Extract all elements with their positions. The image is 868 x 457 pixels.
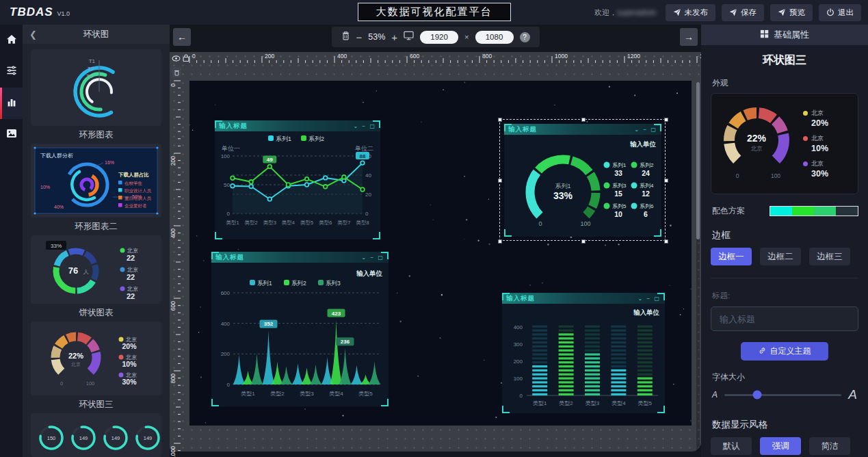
preview-donut-svg: 22%北京0100 [711, 94, 802, 194]
canvas-height-input[interactable] [475, 31, 514, 44]
nav-back-button[interactable]: ← [173, 28, 191, 46]
data-style-label: 数据显示风格 [712, 419, 857, 431]
preview-button[interactable]: 预览 [770, 4, 813, 21]
svg-text:类型5: 类型5 [638, 400, 653, 406]
help-icon[interactable]: ? [520, 32, 530, 42]
delete-guide-button[interactable] [172, 67, 181, 77]
svg-text:系列3: 系列3 [326, 280, 341, 287]
thumbnail-ring-gauges[interactable]: 150149149149 [31, 413, 161, 457]
svg-text:北京: 北京 [71, 362, 81, 367]
svg-text:下载人群分析: 下载人群分析 [40, 153, 73, 159]
lock-icon[interactable] [183, 52, 189, 64]
svg-text:1000: 1000 [170, 446, 176, 457]
artboard[interactable]: 输入标题⌄ − ▢ 系列1系列2单位一单位二10050060402004988类… [189, 81, 692, 426]
divider [711, 278, 858, 278]
properties-panel-header: 基础属性 [701, 25, 868, 45]
thumbnail-ring-chart[interactable]: T1T2T3 [31, 49, 161, 126]
scheme-swatch[interactable] [770, 207, 792, 216]
svg-text:类型5: 类型5 [300, 220, 313, 226]
trash-icon[interactable] [341, 31, 350, 43]
scrollbar-thumb[interactable] [696, 82, 700, 239]
svg-text:输入单位: 输入单位 [629, 140, 657, 148]
canvas-width-input[interactable] [420, 31, 458, 44]
rail-item-settings[interactable] [0, 56, 23, 88]
zoom-out-button[interactable]: − [356, 31, 363, 43]
widget-gauge-chart[interactable]: 输入标题⌄ − ▢ 输入单位系列133%0100系列133系列224系列315系… [504, 124, 661, 237]
svg-text:49: 49 [267, 157, 273, 163]
svg-text:类型1: 类型1 [226, 220, 239, 226]
legend-item: 北京 20% [803, 109, 828, 128]
widget-header[interactable]: 输入标题⌄ − ▢ [504, 124, 661, 135]
svg-text:类型4: 类型4 [282, 220, 295, 226]
thumbnail-ring-chart-2[interactable]: 下载人群分析16%10%40%50%下载人群占比在校学生职业设计人员重点培训人员… [31, 144, 161, 218]
svg-text:0: 0 [520, 393, 523, 399]
rail-item-charts[interactable] [0, 88, 23, 119]
widget-dashed-bars[interactable]: 输入标题⌄ − ▢ 输入单位4003002001000类型1类型2类型3类型4类… [502, 293, 665, 413]
monitor-icon [404, 31, 414, 43]
arrow-right-icon: → [684, 31, 694, 42]
corner-bracket [215, 232, 222, 239]
back-chevron-icon[interactable]: ❮ [29, 29, 37, 40]
eye-icon[interactable] [172, 52, 181, 64]
svg-text:北京: 北京 [751, 145, 763, 152]
scheme-swatch[interactable] [836, 207, 858, 216]
svg-text:100: 100 [580, 220, 590, 227]
logo-version: V1.0 [57, 10, 70, 17]
widget-header[interactable]: 输入标题⌄ − ▢ [502, 293, 665, 304]
thumbnail-caption: 环状图三 [31, 395, 161, 413]
save-button[interactable]: 保存 [722, 4, 764, 21]
line-chart-svg: 系列1系列2单位一单位二10050060402004988类型1类型2类型3类型… [215, 131, 380, 239]
style-option-emphasis[interactable]: 强调 [760, 437, 801, 455]
widget-line-chart[interactable]: 输入标题⌄ − ▢ 系列1系列2单位一单位二10050060402004988类… [215, 120, 380, 239]
corner-bracket [211, 252, 219, 259]
font-size-slider[interactable] [724, 394, 841, 396]
style-option-simple[interactable]: 简洁 [809, 437, 850, 455]
rail-item-home[interactable] [0, 25, 23, 56]
svg-text:600: 600 [170, 301, 176, 311]
border-option-2[interactable]: 边框二 [760, 248, 801, 265]
widget-spike-chart[interactable]: 输入标题⌄ − ▢ 输入单位系列1系列2系列360040020003524232… [211, 252, 389, 406]
border-option-1[interactable]: 边框一 [711, 248, 752, 265]
svg-text:1200: 1200 [627, 53, 640, 60]
vertical-ruler: 02004006008001000 [170, 63, 181, 457]
svg-text:149: 149 [79, 435, 88, 441]
corner-bracket [657, 293, 665, 300]
svg-text:人: 人 [83, 269, 89, 275]
scheme-swatch[interactable] [792, 207, 814, 216]
svg-text:352: 352 [264, 321, 274, 327]
custom-theme-button[interactable]: 自定义主题 [741, 342, 828, 361]
svg-text:20: 20 [365, 192, 371, 198]
svg-text:T1: T1 [89, 58, 96, 64]
widget-header[interactable]: 输入标题⌄ − ▢ [215, 120, 380, 131]
ring-chart-thumb-svg: T1T2T3 [31, 49, 161, 126]
corner-bracket [211, 399, 219, 406]
style-option-default[interactable]: 默认 [711, 437, 752, 455]
border-option-3[interactable]: 边框三 [809, 248, 850, 265]
logout-button[interactable]: 退出 [819, 4, 861, 21]
svg-text:150: 150 [47, 435, 56, 441]
pie-chart-thumb-svg: 33%76人北京22北京22北京22 [31, 235, 161, 304]
thumbnail-caption: 环形图表 [31, 126, 161, 144]
selected-component-title: 环状图三 [701, 53, 868, 68]
slider-thumb[interactable] [752, 391, 761, 400]
thumbnail-pie-chart[interactable]: 33%76人北京22北京22北京22 [31, 235, 161, 304]
svg-text:系列6: 系列6 [640, 203, 654, 209]
canvas-scrollbar[interactable] [696, 82, 700, 452]
widget-header[interactable]: 输入标题⌄ − ▢ [211, 252, 389, 263]
scheme-swatch[interactable] [814, 207, 836, 216]
color-scheme-swatches[interactable] [770, 206, 858, 216]
corner-bracket [373, 120, 380, 128]
nav-forward-button[interactable]: → [680, 28, 698, 46]
svg-text:职业设计人员: 职业设计人员 [124, 188, 152, 194]
thumbnail-donut-chart[interactable]: 22%北京0100北京20%北京10%北京30% [31, 322, 161, 395]
zoom-in-button[interactable]: + [391, 31, 397, 43]
corner-bracket [215, 120, 222, 128]
rail-item-images[interactable] [0, 119, 23, 151]
svg-text:300: 300 [514, 341, 523, 348]
thumbnail-caption: 环形图表二 [31, 218, 161, 235]
color-scheme-row: 配色方案 [712, 205, 858, 217]
svg-text:149: 149 [144, 435, 153, 441]
corner-bracket [654, 229, 661, 237]
publish-button[interactable]: 未发布 [666, 4, 716, 21]
title-input[interactable] [711, 306, 858, 331]
